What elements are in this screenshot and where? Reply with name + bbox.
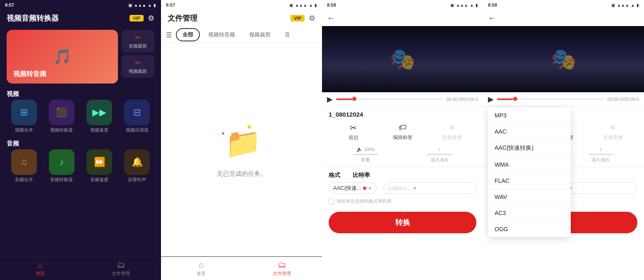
status-time-1: 8:57: [5, 2, 14, 7]
dropdown-item-wav[interactable]: WAV: [488, 189, 571, 205]
format-arrow-3: ▼: [368, 186, 372, 191]
volume-slider-3[interactable]: 🔈 100% 音量: [329, 146, 403, 163]
video-figure-icon-4: 🎭: [551, 47, 577, 71]
tool-quality-label-4: 音频质量: [603, 134, 623, 141]
tab-audio[interactable]: 音: [279, 29, 296, 41]
tool-tag-3[interactable]: 🏷 编辑标签: [378, 123, 427, 141]
dropdown-item-aac[interactable]: AAC: [488, 124, 571, 140]
signal-icon-2: ▲▲▲: [295, 3, 307, 7]
status-time-3: 8:58: [327, 2, 336, 7]
nav-files-1[interactable]: 🗂 文件管理: [81, 257, 161, 280]
tool-video-speed[interactable]: ▶▶ 视频速度: [82, 100, 117, 133]
side-tool-video-cut[interactable]: ✂ 视频裁剪: [121, 55, 154, 78]
tool-ringtone[interactable]: 🔔 设置铃声: [120, 149, 154, 183]
screen-files: 8:57 ▣ ▲▲▲ ▲ ▮ 文件管理 VIP ⚙ ☰ 全部 视频转音频 视频裁…: [161, 0, 322, 280]
home-icon-2: ⌂: [199, 260, 204, 270]
save-checkbox-3[interactable]: [329, 199, 334, 204]
tab-all[interactable]: 全部: [176, 28, 200, 41]
tab-video-cut[interactable]: 视频裁剪: [243, 29, 276, 41]
battery-icon-4: ▮: [637, 3, 639, 7]
sliders-row-3: 🔈 100% 音量 ↕ 淡入淡出: [322, 144, 483, 168]
settings-icon[interactable]: ⚙: [148, 14, 154, 23]
nav-files-label-1: 文件管理: [112, 270, 130, 277]
play-button-4[interactable]: ▶: [488, 95, 494, 104]
bitrate-dropdown-3[interactable]: 128kb/s... ▼: [383, 182, 476, 194]
fade-slider-3[interactable]: ↕ 淡入淡出: [403, 146, 477, 163]
ringtone-icon-box: 🔔: [124, 149, 150, 175]
home-header: 视频音频转换器 VIP ⚙: [0, 10, 161, 26]
fade-slider-4[interactable]: ↕ 淡入淡出: [564, 146, 638, 163]
tool-audio-merge[interactable]: ♫ 音频合并: [7, 149, 41, 183]
progress-fill-3: [336, 98, 352, 100]
progress-bar-4[interactable]: [497, 98, 604, 100]
video-convert-icon-box: ⬛: [49, 100, 74, 125]
tab-video-audio[interactable]: 视频转音频: [202, 29, 241, 41]
volume-control-3: 🔈 100%: [356, 146, 375, 152]
tool-audio-speed-label: 音频速度: [90, 177, 108, 183]
menu-icon[interactable]: ☰: [164, 29, 173, 41]
video-preview-3: 🎭: [322, 26, 483, 92]
dropdown-item-ogg[interactable]: OGG: [488, 221, 571, 237]
volume-value-3: 100%: [364, 147, 375, 152]
folder-icon-1: 🗂: [117, 260, 125, 270]
vip-badge[interactable]: VIP: [130, 15, 144, 22]
tool-quality-3: ≡ 音频质量: [427, 123, 476, 141]
settings-icon-2[interactable]: ⚙: [309, 14, 315, 23]
tools-row-3: ✂ 剪切 🏷 编辑标签 ≡ 音频质量: [322, 120, 483, 144]
dot-icon-empty: ●: [222, 130, 225, 136]
signal-icon: ▲▲▲: [134, 3, 146, 7]
tool-video-compress[interactable]: ⊟ 视频压缩器: [120, 100, 154, 133]
volume-bar-3: [353, 154, 378, 155]
tool-video-convert[interactable]: ⬛ 视频转换器: [44, 100, 79, 133]
dropdown-item-wma[interactable]: WMA: [488, 157, 571, 173]
scissors-icon-2: ✂: [135, 58, 141, 67]
play-button-3[interactable]: ▶: [327, 95, 333, 104]
wifi-icon-3: ▲: [470, 3, 474, 7]
screen-convert: 8:58 ▣ ▲▲▲ ▲ ▮ ← 🎭 ▶ 00:00.0/00:09.0 1_0…: [322, 0, 483, 280]
vip-badge-2[interactable]: VIP: [291, 15, 305, 22]
battery-icon-3: ▮: [476, 3, 478, 7]
video-bg-3: 🎭: [322, 26, 483, 92]
wifi-icon-2: ▲: [309, 3, 313, 7]
nav-home-2[interactable]: ⌂ 首页: [161, 257, 242, 280]
progress-bar-3[interactable]: [336, 98, 443, 100]
tool-cut-3[interactable]: ✂ 剪切: [329, 123, 378, 141]
fade-label-3: 淡入淡出: [430, 157, 449, 163]
video-bg-4: 🎭: [483, 26, 644, 92]
format-dot-3: [363, 187, 366, 190]
scissors-tool-icon-3: ✂: [350, 123, 357, 133]
video-controls-3: ▶ 00:00.0/00:09.0: [322, 92, 483, 107]
header-right: VIP ⚙: [130, 14, 154, 23]
tool-audio-speed[interactable]: ⏩ 音频速度: [82, 149, 117, 183]
status-icons-4: ▣ ▲▲▲ ▲ ▮: [611, 3, 639, 7]
nav-home-1[interactable]: ⌂ 首页: [0, 257, 81, 280]
back-button[interactable]: ←: [327, 13, 335, 23]
section-video-title: 视频: [0, 87, 161, 100]
audio-convert-icon: ♪: [59, 157, 64, 168]
dropdown-item-ac3[interactable]: AC3: [488, 205, 571, 221]
progress-dot-3: [352, 97, 356, 101]
tool-video-merge-label: 视频合并: [15, 127, 33, 133]
audio-merge-icon: ♫: [20, 157, 27, 168]
dropdown-item-aac-fast[interactable]: AAC(快速转换): [488, 140, 571, 157]
convert-button-3[interactable]: 转换: [329, 212, 476, 233]
status-icons-2: ▣ ▲▲▲ ▲ ▮: [289, 3, 317, 7]
tool-audio-convert[interactable]: ♪ 音频转换器: [44, 149, 79, 183]
side-tool-audio-cut[interactable]: ✂ 音频裁剪: [121, 30, 154, 53]
hero-banner[interactable]: 🎵 视频转音频: [7, 30, 118, 84]
dropdown-item-mp3[interactable]: MP3: [488, 108, 571, 124]
screen-convert-dropdown: 8:58 ▣ ▲▲▲ ▲ ▮ ← 🎭 ▶ 00:00.0/00:09.0 1_0…: [483, 0, 644, 280]
format-section-3: 格式 比特率 AAC(快速... ▼ 128kb/s... ▼: [322, 168, 483, 196]
video-merge-icon-box: ⊞: [11, 100, 37, 125]
format-dropdown-3[interactable]: AAC(快速... ▼: [329, 182, 377, 194]
tool-video-merge[interactable]: ⊞ 视频合并: [7, 100, 41, 133]
format-selects-3: AAC(快速... ▼ 128kb/s... ▼: [329, 182, 476, 194]
file-name-3: 1_08012024: [322, 107, 483, 120]
dropdown-item-flac[interactable]: FLAC: [488, 173, 571, 189]
fade-label-4: 淡入淡出: [591, 157, 610, 163]
bitrate-col-label-3: 比特率: [353, 172, 370, 179]
nav-files-2[interactable]: 🗂 文件管理: [242, 257, 322, 280]
back-button-4[interactable]: ←: [488, 13, 496, 23]
audio-speed-icon: ⏩: [94, 157, 105, 168]
save-format-row-3: 保留本次选择的格式和码率: [322, 196, 483, 208]
